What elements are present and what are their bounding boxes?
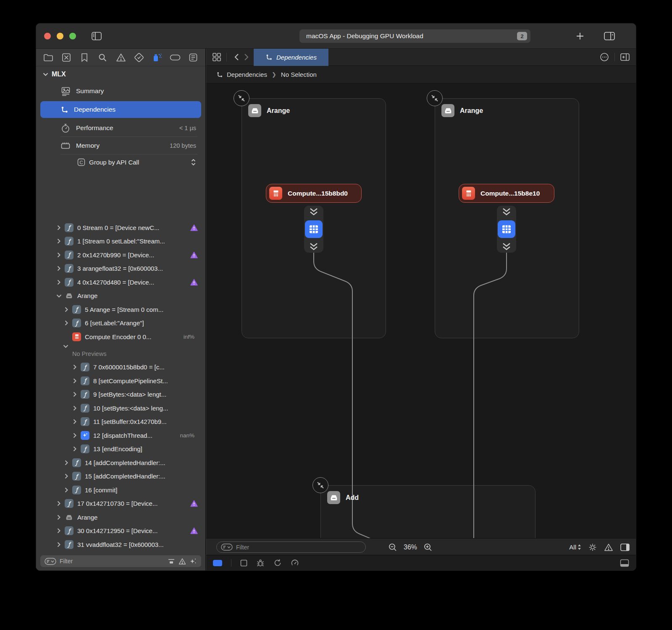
selected-row-highlight[interactable]: Dependencies — [40, 101, 201, 118]
report-icon[interactable] — [188, 52, 199, 63]
test-icon[interactable] — [134, 52, 144, 63]
close-window-button[interactable] — [44, 33, 51, 39]
breadcrumb-section[interactable]: Dependencies — [227, 71, 267, 78]
disclosure-chevron-icon[interactable] — [55, 294, 62, 298]
tree-row[interactable]: 12 [dispatchThread...nan% — [36, 429, 205, 442]
minimize-window-button[interactable] — [57, 33, 63, 39]
canvas-filter-input[interactable] — [236, 544, 361, 551]
tree-row[interactable]: ƒ6 [setLabel:"Arange"] — [36, 316, 205, 330]
disclosure-chevron-icon[interactable] — [63, 320, 70, 326]
compute-encoder-node-1[interactable]: Compute...15b8bd0 — [266, 184, 362, 203]
disclosure-chevron-icon[interactable] — [55, 515, 62, 520]
disclosure-chevron-icon[interactable] — [55, 252, 62, 258]
right-panel-icon[interactable] — [620, 543, 630, 552]
collapse-group-button[interactable] — [312, 477, 328, 493]
gpu-spray-icon[interactable] — [152, 52, 163, 63]
tree-row[interactable]: ƒ32 0x142713910 = [Device... — [36, 552, 205, 552]
settings-gear-icon[interactable] — [588, 543, 597, 552]
zoom-out-icon[interactable] — [388, 543, 397, 552]
collapse-group-button[interactable] — [427, 90, 443, 106]
tree-row[interactable]: ƒ15 [addCompletedHandler:... — [36, 470, 205, 484]
sidebar-item-dependencies[interactable]: Dependencies — [36, 100, 205, 119]
bookmark-icon[interactable] — [79, 52, 90, 63]
collapse-group-button[interactable] — [234, 90, 249, 106]
search-icon[interactable] — [97, 52, 108, 63]
tree-row[interactable]: ƒ9 [setBytes:<data> lengt... — [36, 388, 205, 402]
tab-dependencies[interactable]: Dependencies — [254, 49, 328, 66]
window-title-tab[interactable]: macOS App - Debugging GPU Workload 2 — [299, 29, 530, 43]
tree-row[interactable]: ƒ11 [setBuffer:0x14270b9... — [36, 415, 205, 429]
forward-button[interactable] — [242, 53, 251, 61]
disclosure-chevron-icon[interactable] — [71, 405, 78, 411]
group-header-add[interactable]: Add — [327, 491, 359, 504]
breadcrumb-selection[interactable]: No Selection — [281, 71, 317, 78]
disclosure-chevron-icon[interactable] — [55, 266, 62, 271]
stepper-chevrons-icon[interactable] — [191, 158, 196, 166]
disclosure-chevron-icon[interactable] — [55, 528, 62, 533]
disclosure-chevron-icon[interactable] — [71, 364, 78, 370]
show-warnings-icon[interactable] — [604, 543, 613, 552]
disclosure-chevron-icon[interactable] — [71, 446, 78, 452]
tree-row[interactable]: ƒ17 0x142710730 = [Device... — [36, 497, 205, 511]
performance-gauge-icon[interactable] — [291, 559, 299, 567]
more-options-icon[interactable] — [599, 52, 609, 62]
tree-row[interactable]: Compute Encoder 0 0...inf% — [36, 330, 205, 344]
tree-row[interactable]: ƒ14 [addCompletedHandler:... — [36, 456, 205, 470]
resource-connector-1[interactable] — [304, 206, 323, 253]
sidebar-filter-bar[interactable] — [40, 555, 201, 567]
resource-table-icon[interactable] — [305, 220, 323, 238]
flatten-hierarchy-icon[interactable] — [168, 558, 175, 565]
tree-row[interactable]: ƒ30 0x142712950 = [Device... — [36, 524, 205, 538]
toggle-sidebar-icon[interactable] — [92, 32, 102, 40]
disclosure-chevron-icon[interactable] — [71, 433, 78, 438]
folder-icon[interactable] — [43, 52, 54, 63]
tree-row[interactable]: ƒ5 Arange = [Stream 0 com... — [36, 303, 205, 316]
disclosure-chevron-icon[interactable] — [55, 238, 62, 244]
tree-row[interactable]: ƒ0 Stream 0 = [Device newC... — [36, 221, 205, 235]
sidebar-item-summary[interactable]: Summary — [36, 82, 205, 100]
add-tab-button[interactable] — [575, 31, 585, 41]
show-issues-icon[interactable] — [178, 558, 186, 565]
chevron-down-icon[interactable] — [43, 73, 48, 76]
tree-row[interactable]: ƒ3 arangefloat32 = [0x600003... — [36, 262, 205, 276]
tree-row[interactable]: ƒ1 [Stream 0 setLabel:"Stream... — [36, 235, 205, 248]
canvas-filter-field[interactable] — [216, 541, 366, 553]
reload-icon[interactable] — [273, 559, 282, 567]
bottom-panel-icon[interactable] — [620, 559, 629, 567]
sidebar-item-mlx[interactable]: MLX — [36, 66, 205, 82]
dependency-graph-canvas[interactable]: Arange Arange Add — [206, 84, 636, 538]
tree-row[interactable]: ƒ7 0x6000015b8bd0 = [c... — [36, 361, 205, 374]
graph-mode-button[interactable] — [213, 560, 222, 566]
selection-tool-icon[interactable] — [240, 559, 247, 567]
zoom-window-button[interactable] — [69, 33, 76, 39]
disclosure-chevron-icon[interactable] — [63, 473, 70, 479]
sparkle-filter-icon[interactable] — [189, 558, 197, 565]
disclosure-chevron-icon[interactable] — [63, 460, 70, 465]
sidebar-item-memory[interactable]: Memory 120 bytes — [36, 137, 205, 154]
shader-debugger-bug-icon[interactable] — [256, 559, 265, 567]
tree-row[interactable]: Arange — [36, 289, 205, 303]
group-header-arange-2[interactable]: Arange — [441, 104, 483, 117]
tab-overview-icon[interactable] — [212, 52, 221, 62]
tree-row[interactable]: ƒ8 [setComputePipelineSt... — [36, 374, 205, 388]
back-button[interactable] — [232, 53, 242, 61]
disclosure-chevron-icon[interactable] — [55, 542, 62, 547]
disclosure-chevron-icon[interactable] — [55, 225, 62, 230]
resource-table-icon[interactable] — [498, 220, 515, 238]
disclosure-chevron-icon[interactable] — [71, 392, 78, 397]
disclosure-chevron-icon[interactable] — [71, 378, 78, 384]
tree-row[interactable]: ƒ31 vvaddfloat32 = [0x600003... — [36, 538, 205, 552]
group-by-api-call-control[interactable]: C Group by API Call — [36, 154, 205, 170]
tree-row[interactable]: ƒ10 [setBytes:<data> leng... — [36, 401, 205, 415]
tree-row[interactable]: ƒ13 [endEncoding] — [36, 442, 205, 456]
group-header-arange-1[interactable]: Arange — [248, 104, 290, 117]
disclosure-chevron-icon[interactable] — [71, 419, 78, 424]
sidebar-item-performance[interactable]: Performance < 1 µs — [36, 119, 205, 137]
tree-row[interactable]: Arange — [36, 510, 205, 524]
tag-icon[interactable] — [170, 52, 181, 63]
tree-row[interactable]: ƒ2 0x14270b990 = [Device... — [36, 248, 205, 262]
tree-row[interactable]: ƒ4 0x14270d480 = [Device... — [36, 275, 205, 289]
split-editor-icon[interactable] — [604, 31, 615, 41]
sidebar-filter-input[interactable] — [60, 558, 164, 565]
resource-connector-2[interactable] — [497, 206, 516, 253]
